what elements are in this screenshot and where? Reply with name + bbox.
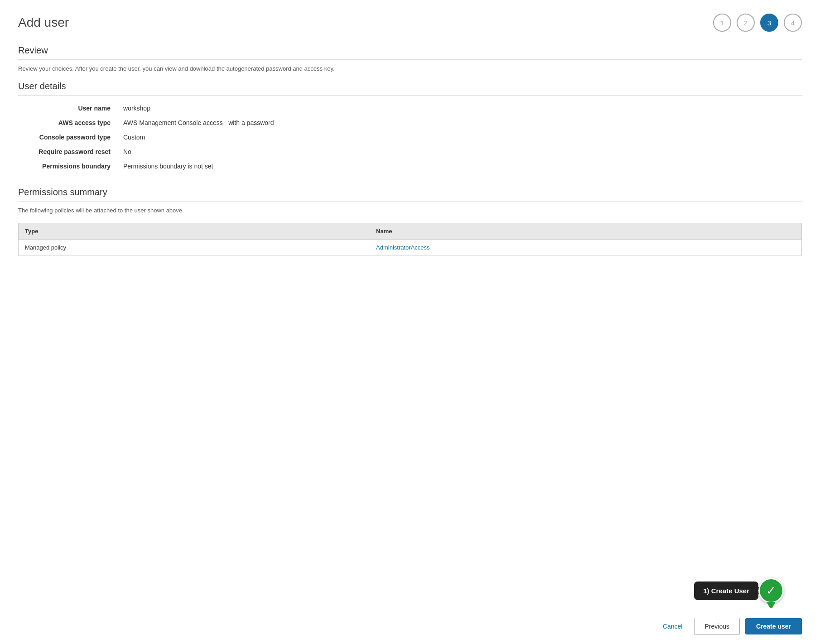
header: Add user 1 2 3 4 [18, 14, 802, 32]
user-details-table: User nameworkshopAWS access typeAWS Mana… [18, 101, 802, 173]
step-4[interactable]: 4 [784, 14, 802, 32]
user-detail-row: Require password resetNo [18, 144, 802, 159]
user-detail-row: User nameworkshop [18, 101, 802, 115]
step-1[interactable]: 1 [713, 14, 731, 32]
footer: Cancel Previous Create user [0, 608, 820, 644]
tooltip-text: 1) Create User [703, 587, 749, 595]
col-type: Type [19, 223, 370, 240]
permissions-table: Type Name Managed policyAdministratorAcc… [18, 223, 802, 256]
create-user-button[interactable]: Create user [745, 618, 802, 634]
user-detail-value: Permissions boundary is not set [118, 159, 802, 173]
step-indicators: 1 2 3 4 [713, 14, 802, 32]
cancel-button[interactable]: Cancel [656, 619, 689, 634]
permission-name[interactable]: AdministratorAccess [370, 240, 801, 256]
permissions-section-title: Permissions summary [18, 187, 802, 197]
user-details-divider [18, 95, 802, 96]
tooltip-annotation: 1) Create User ✓ [694, 578, 784, 603]
user-detail-value: Custom [118, 130, 802, 144]
user-detail-value: AWS Management Console access - with a p… [118, 115, 802, 130]
review-section-title: Review [18, 45, 802, 56]
step-2[interactable]: 2 [737, 14, 755, 32]
permission-type: Managed policy [19, 240, 370, 256]
review-divider [18, 59, 802, 60]
permissions-description: The following policies will be attached … [18, 207, 802, 214]
col-name: Name [370, 223, 801, 240]
step-3[interactable]: 3 [760, 14, 778, 32]
user-detail-value: workshop [118, 101, 802, 115]
user-details-section: User details User nameworkshopAWS access… [18, 81, 802, 173]
user-detail-label: Permissions boundary [18, 159, 118, 173]
tooltip-bubble: 1) Create User [694, 582, 758, 600]
permissions-section: Permissions summary The following polici… [18, 187, 802, 256]
user-detail-label: Require password reset [18, 144, 118, 159]
user-detail-row: Permissions boundaryPermissions boundary… [18, 159, 802, 173]
user-detail-row: AWS access typeAWS Management Console ac… [18, 115, 802, 130]
user-detail-label: Console password type [18, 130, 118, 144]
user-details-title: User details [18, 81, 802, 91]
page-container: Add user 1 2 3 4 Review Review your choi… [0, 0, 820, 269]
permission-name-link[interactable]: AdministratorAccess [376, 244, 429, 251]
check-mark-icon: ✓ [766, 585, 776, 596]
page-title: Add user [18, 15, 69, 30]
check-badge: ✓ [758, 578, 784, 603]
permissions-divider [18, 201, 802, 202]
user-detail-label: AWS access type [18, 115, 118, 130]
user-detail-row: Console password typeCustom [18, 130, 802, 144]
user-detail-value: No [118, 144, 802, 159]
review-description: Review your choices. After you create th… [18, 65, 802, 72]
permissions-row: Managed policyAdministratorAccess [19, 240, 802, 256]
user-detail-label: User name [18, 101, 118, 115]
review-section: Review Review your choices. After you cr… [18, 45, 802, 72]
previous-button[interactable]: Previous [694, 618, 739, 635]
